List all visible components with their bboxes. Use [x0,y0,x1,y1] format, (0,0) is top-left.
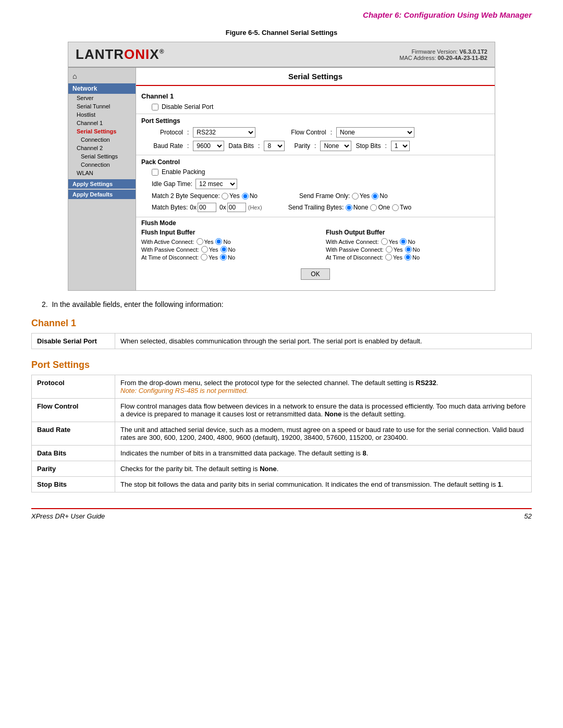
table-row: Baud Rate The unit and attached serial d… [32,422,532,446]
flush-input-passive-yes-label: Yes [201,246,218,253]
match2byte-label: Match 2 Byte Sequence: [152,192,220,200]
flush-input-passive-yes-radio[interactable] [201,246,208,253]
sidebar-item-network[interactable]: Network [68,83,136,94]
mac-label: MAC Address: [399,55,436,61]
enable-packing-label: Enable Packing [162,168,205,176]
flush-output-active-no-radio[interactable] [400,238,407,245]
flush-input-disconnect-no-radio[interactable] [220,254,227,261]
flush-input-disconnect-yes-radio[interactable] [201,254,207,261]
sidebar-item-wlan[interactable]: WLAN [68,169,136,177]
enable-packing-row: Enable Packing [136,167,495,177]
match-byte-send-frame-row: Match 2 Byte Sequence: Yes No Send Frame… [136,191,495,201]
sidebar-item-hostlist[interactable]: Hostlist [68,110,136,119]
ui-header: LANTRONIX® Firmware Version: V6.3.0.1T2 … [68,42,495,68]
sidebar-item-server[interactable]: Server [68,94,136,102]
flush-input-disconnect-label: At Time of Disconnect: [141,254,199,261]
flush-input-active-yes-radio[interactable] [197,238,203,245]
flush-input-col: Flush Input Buffer With Active Connect: … [141,229,305,261]
term-parity: Parity [32,461,115,477]
sidebar-item-connection-1[interactable]: Connection [68,135,136,144]
flow-control-select[interactable]: None [336,127,414,138]
disable-serial-port-row: Disable Serial Port [136,101,495,112]
apply-defaults-button[interactable]: Apply Defaults [68,190,136,199]
sidebar-home-icon[interactable]: ⌂ [68,70,136,82]
def-protocol: From the drop-down menu, select the prot… [115,375,532,399]
match2byte-no-radio[interactable] [242,193,249,200]
match-byte1-input[interactable] [198,203,216,212]
flush-output-passive-no-label: No [405,246,420,253]
table-row: Stop Bits The stop bit follows the data … [32,477,532,492]
baud-rate-label: Baud Rate [141,142,183,150]
protocol-row: Protocol: RS232 Flow Control: None [136,126,495,139]
ui-body: ⌂ Network Server Serial Tunnel Hostlist … [68,68,495,290]
def-flow-control: Flow control manages data flow between d… [115,399,532,422]
apply-settings-button[interactable]: Apply Settings [68,179,136,189]
flush-input-active-yes-label: Yes [197,238,214,245]
match2byte-yes-radio[interactable] [222,193,228,200]
sidebar-item-serial-tunnel[interactable]: Serial Tunnel [68,102,136,110]
trailing-none-label: None [346,204,369,211]
term-protocol: Protocol [32,375,115,399]
flush-output-disconnect-yes-radio[interactable] [385,254,392,261]
flush-mode-section: Flush Mode Flush Input Buffer With Activ… [136,217,495,263]
flush-output-active-yes-radio[interactable] [381,238,388,245]
idle-gap-time-select[interactable]: 12 msec [195,179,237,189]
protocol-select[interactable]: RS232 [193,127,255,138]
sidebar-item-channel2[interactable]: Channel 2 [68,144,136,152]
ok-row: OK [136,263,495,285]
table-row: Protocol From the drop-down menu, select… [32,375,532,399]
main-content-panel: Serial Settings Channel 1 Disable Serial… [136,68,495,290]
enable-packing-checkbox[interactable] [152,169,158,176]
def-disable-serial-port: When selected, disables communication th… [115,334,532,349]
flush-output-disconnect-label: At Time of Disconnect: [326,254,383,261]
data-bits-select[interactable]: 8 [264,141,285,151]
stop-bits-select[interactable]: 1 [391,141,410,151]
trailing-one-label: One [370,204,390,211]
protocol-label: Protocol [141,129,183,136]
flush-input-passive-row: With Passive Connect: Yes No [141,245,305,253]
flush-output-passive-yes-radio[interactable] [386,246,393,253]
flush-output-active-no-label: No [400,238,415,245]
data-bits-label: Data Bits [228,142,254,150]
flush-output-passive-row: With Passive Connect: Yes No [326,245,489,253]
flush-output-passive-no-radio[interactable] [405,246,412,253]
term-data-bits: Data Bits [32,446,115,461]
term-disable-serial-port: Disable Serial Port [32,334,115,349]
trailing-one-radio[interactable] [370,204,377,211]
flush-input-active-row: With Active Connect: Yes No [141,238,305,245]
match2byte-no-label: No [242,192,258,200]
sidebar-item-connection-2[interactable]: Connection [68,161,136,169]
sidebar-item-channel1[interactable]: Channel 1 [68,119,136,127]
main-title: Serial Settings [136,68,495,86]
firmware-label: Firmware Version: [411,48,458,55]
guide-name: XPress DR+ User Guide [31,512,105,520]
match-byte2-input[interactable] [227,203,246,212]
flush-output-disconnect-no-radio[interactable] [405,254,411,261]
baud-rate-select[interactable]: 9600 [193,141,224,151]
flush-output-disconnect-row: At Time of Disconnect: Yes No [326,253,489,261]
def-baud-rate: The unit and attached serial device, suc… [115,422,532,446]
send-frame-yes-radio[interactable] [352,193,359,200]
sidebar-item-serial-settings-2[interactable]: Serial Settings [68,152,136,161]
flush-input-passive-no-radio[interactable] [221,246,227,253]
flush-output-active-row: With Active Connect: Yes No [326,238,489,245]
flush-input-active-no-radio[interactable] [215,238,222,245]
match-bytes-trailing-row: Match Bytes: 0x 0x (Hex) Send Trailing B… [136,201,495,214]
send-frame-no-radio[interactable] [372,193,378,200]
send-frame-no-label: No [372,192,387,200]
trailing-two-radio[interactable] [392,204,399,211]
send-trailing-label: Send Trailing Bytes: [288,204,344,211]
stop-bits-label: Stop Bits [356,142,381,150]
table-row: Data Bits Indicates the number of bits i… [32,446,532,461]
sidebar-item-serial-settings-1[interactable]: Serial Settings [68,127,136,135]
ok-button[interactable]: OK [301,268,329,280]
table-row: Disable Serial Port When selected, disab… [32,334,532,349]
match-bytes-prefix2: 0x [219,204,226,211]
parity-select[interactable]: None [320,141,351,151]
trailing-none-radio[interactable] [346,204,352,211]
footer-bar: XPress DR+ User Guide 52 [31,508,532,520]
send-frame-label: Send Frame Only: [299,192,350,200]
trailing-two-label: Two [392,204,411,211]
step2-text: 2. In the available fields, enter the fo… [42,300,532,309]
disable-serial-port-checkbox[interactable] [152,104,158,110]
